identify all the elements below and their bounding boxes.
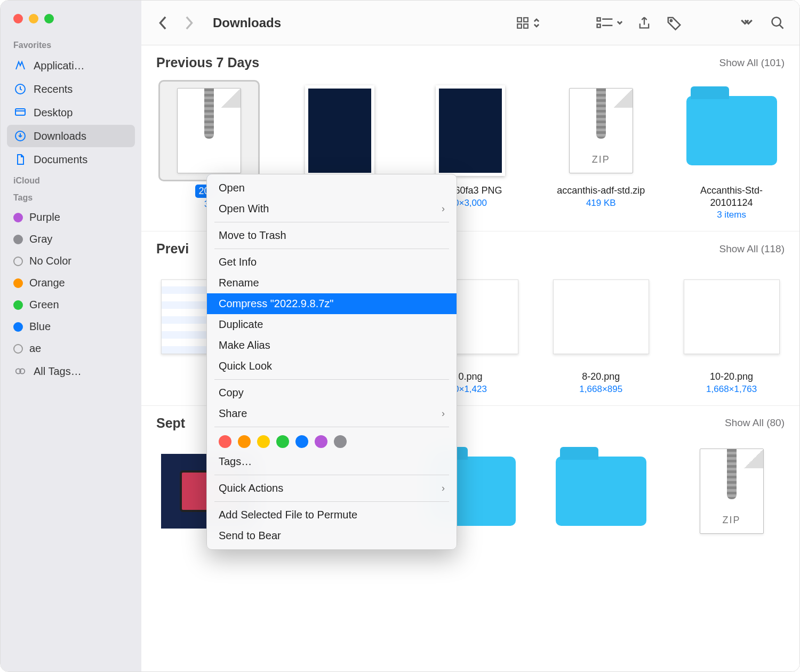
show-all-link[interactable]: Show All (118) (719, 243, 785, 255)
ctx-copy[interactable]: Copy (207, 382, 457, 403)
sidebar-tag-all[interactable]: All Tags… (7, 360, 135, 382)
group-title: Previous 7 Days (156, 55, 259, 70)
tag-dot-icon (13, 322, 23, 332)
ctx-rename[interactable]: Rename (207, 273, 457, 293)
window-controls (1, 11, 141, 36)
back-button[interactable] (154, 14, 172, 32)
ctx-compress[interactable]: Compress "2022.9.8.7z" (207, 293, 457, 314)
sidebar-item-label: Desktop (34, 107, 73, 119)
ctx-send-bear[interactable]: Send to Bear (207, 525, 457, 546)
zip-icon: ZIP (569, 88, 633, 173)
ctx-label: Compress "2022.9.8.7z" (219, 298, 333, 310)
share-button[interactable] (635, 14, 653, 32)
file-item[interactable]: Accanthis-Std-20101124 3 items (678, 80, 785, 220)
folder-icon (556, 457, 646, 526)
show-all-link[interactable]: Show All (80) (725, 417, 785, 429)
view-icon-button[interactable] (515, 16, 540, 30)
zoom-window-button[interactable] (44, 14, 54, 23)
sidebar-section-favorites: Favorites (1, 36, 141, 53)
ctx-label: Add Selected File to Permute (219, 509, 357, 521)
sidebar: Favorites Applicati… Recents Desktop Dow… (1, 1, 141, 671)
forward-button[interactable] (180, 14, 198, 32)
ctx-label: Get Info (219, 256, 257, 268)
file-item[interactable]: 10-20.png 1,668×1,763 (678, 266, 785, 395)
tag-yellow[interactable] (257, 435, 270, 448)
applications-icon (13, 59, 27, 73)
document-icon (13, 153, 27, 166)
ctx-quick-actions[interactable]: Quick Actions› (207, 478, 457, 499)
window-title: Downloads (213, 15, 281, 30)
ctx-separator (214, 249, 449, 249)
sidebar-item-downloads[interactable]: Downloads (7, 125, 135, 147)
ctx-duplicate[interactable]: Duplicate (207, 314, 457, 335)
file-meta: 419 KB (586, 198, 616, 209)
ctx-separator (214, 379, 449, 380)
sidebar-tag-gray[interactable]: Gray (7, 229, 135, 250)
close-window-button[interactable] (13, 14, 23, 23)
file-name: accanthis-adf-std.zip (557, 185, 645, 197)
ctx-get-info[interactable]: Get Info (207, 252, 457, 273)
zip-icon (177, 88, 241, 173)
tags-button[interactable] (665, 14, 683, 32)
sidebar-item-label: Downloads (34, 130, 86, 142)
tag-purple[interactable] (315, 435, 327, 448)
ctx-quick-look[interactable]: Quick Look (207, 356, 457, 377)
file-meta: 0×3,000 (454, 198, 487, 209)
svg-rect-8 (524, 24, 528, 28)
sidebar-item-label: Gray (29, 233, 52, 245)
file-meta: 0×1,423 (454, 384, 487, 395)
file-item[interactable] (548, 441, 654, 542)
sidebar-section-icloud: iCloud (1, 172, 141, 189)
ctx-label: Move to Trash (219, 229, 286, 242)
ctx-open-with[interactable]: Open With› (207, 198, 457, 219)
sidebar-item-label: Recents (34, 83, 73, 95)
svg-rect-1 (15, 109, 25, 115)
group-header: Previous 7 Days Show All (101) (141, 45, 799, 76)
sidebar-tag-purple[interactable]: Purple (7, 207, 135, 228)
group-by-button[interactable] (596, 17, 623, 29)
ctx-label: Copy (219, 387, 244, 399)
sidebar-item-documents[interactable]: Documents (7, 148, 135, 171)
ctx-make-alias[interactable]: Make Alias (207, 335, 457, 356)
tag-red[interactable] (219, 435, 231, 448)
file-item[interactable]: 8-20.png 1,668×895 (548, 266, 654, 395)
file-item[interactable]: ZIP accanthis-adf-std.zip 419 KB (548, 80, 654, 220)
download-icon (13, 129, 27, 143)
overflow-button[interactable] (739, 14, 757, 32)
sidebar-item-desktop[interactable]: Desktop (7, 101, 135, 124)
sidebar-item-label: Documents (34, 154, 87, 166)
minimize-window-button[interactable] (29, 14, 38, 23)
show-all-link[interactable]: Show All (101) (719, 57, 785, 69)
sidebar-item-recents[interactable]: Recents (7, 78, 135, 100)
sidebar-tag-ae[interactable]: ae (7, 338, 135, 359)
sidebar-item-label: ae (29, 342, 41, 355)
ctx-open[interactable]: Open (207, 178, 457, 198)
search-button[interactable] (769, 14, 787, 32)
ctx-share[interactable]: Share› (207, 403, 457, 424)
tag-blue[interactable] (295, 435, 308, 448)
file-name: Accanthis-Std-20101124 (681, 185, 782, 209)
tag-dot-icon (13, 257, 23, 266)
ctx-tags[interactable]: Tags… (207, 451, 457, 472)
file-item[interactable]: ZIP (678, 441, 785, 542)
ctx-label: Open (219, 182, 245, 194)
svg-rect-10 (597, 24, 601, 27)
tag-dot-icon (13, 278, 23, 288)
ctx-label: Quick Look (219, 360, 272, 372)
chevron-right-icon: › (442, 203, 445, 214)
sidebar-tag-orange[interactable]: Orange (7, 273, 135, 293)
ctx-trash[interactable]: Move to Trash (207, 225, 457, 246)
clock-icon (13, 82, 27, 96)
sidebar-item-applications[interactable]: Applicati… (7, 54, 135, 77)
ctx-add-permute[interactable]: Add Selected File to Permute (207, 505, 457, 525)
sidebar-tag-nocolor[interactable]: No Color (7, 251, 135, 271)
tag-green[interactable] (276, 435, 289, 448)
tag-dot-icon (13, 213, 23, 222)
ctx-label: Duplicate (219, 318, 263, 331)
tag-gray[interactable] (334, 435, 347, 448)
ctx-separator (214, 427, 449, 427)
tag-orange[interactable] (238, 435, 251, 448)
sidebar-tag-blue[interactable]: Blue (7, 316, 135, 337)
sidebar-tag-green[interactable]: Green (7, 294, 135, 315)
toolbar: Downloads (141, 1, 799, 45)
